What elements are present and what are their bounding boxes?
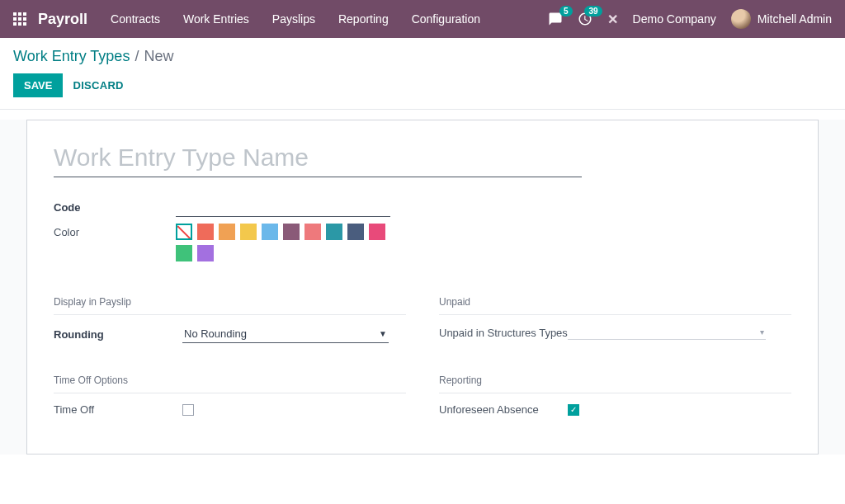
breadcrumb-parent[interactable]: Work Entry Types xyxy=(13,48,130,65)
color-swatch[interactable] xyxy=(326,224,342,240)
col-unpaid: Unpaid Unpaid in Structures Types ▾ xyxy=(439,296,791,351)
section-reporting-title: Reporting xyxy=(439,374,791,393)
user-menu[interactable]: Mitchell Admin xyxy=(731,9,832,29)
messages-count: 5 xyxy=(559,6,573,16)
color-swatch[interactable] xyxy=(197,224,214,240)
messages-icon[interactable]: 5 xyxy=(548,12,563,26)
breadcrumb-separator: / xyxy=(135,48,139,65)
color-swatch[interactable] xyxy=(347,224,364,240)
save-button[interactable]: SAVE xyxy=(13,73,63,97)
color-swatch[interactable] xyxy=(197,245,214,261)
col-payslip: Display in Payslip Rounding No Rounding … xyxy=(54,296,406,351)
unforeseen-label: Unforeseen Absence xyxy=(439,403,568,416)
section-unpaid-title: Unpaid xyxy=(439,296,791,315)
navbar-right: 5 39 ✕ Demo Company Mitchell Admin xyxy=(548,9,832,29)
main-menu: Contracts Work Entries Payslips Reportin… xyxy=(111,12,480,26)
caret-down-icon: ▼ xyxy=(379,329,387,338)
col-timeoff: Time Off Options Time Off xyxy=(54,374,406,424)
color-label: Color xyxy=(54,224,176,238)
name-input[interactable] xyxy=(54,140,582,177)
unpaid-struct-label: Unpaid in Structures Types xyxy=(439,327,568,339)
rounding-select[interactable]: No Rounding ▼ xyxy=(182,325,389,343)
rounding-label: Rounding xyxy=(54,328,182,341)
action-buttons: SAVE DISCARD xyxy=(13,73,832,97)
apps-icon[interactable] xyxy=(13,12,26,26)
top-navbar: Payroll Contracts Work Entries Payslips … xyxy=(0,0,845,38)
timeoff-label: Time Off xyxy=(54,403,182,416)
timeoff-checkbox[interactable] xyxy=(182,404,194,416)
color-swatch-none[interactable] xyxy=(176,224,192,240)
color-swatch[interactable] xyxy=(219,224,235,240)
app-brand[interactable]: Payroll xyxy=(38,11,87,28)
activities-count: 39 xyxy=(584,6,602,16)
avatar xyxy=(731,9,751,29)
color-swatch[interactable] xyxy=(304,224,321,240)
form-sheet: Code Color xyxy=(26,120,819,455)
section-payslip-title: Display in Payslip xyxy=(54,296,406,315)
rounding-value: No Rounding xyxy=(184,327,247,340)
section-timeoff-title: Time Off Options xyxy=(54,374,406,393)
color-swatch[interactable] xyxy=(240,224,257,240)
discard-button[interactable]: DISCARD xyxy=(73,79,123,92)
form-columns-1: Display in Payslip Rounding No Rounding … xyxy=(54,296,791,351)
menu-configuration[interactable]: Configuration xyxy=(412,12,480,26)
sheet-background: Code Color xyxy=(0,120,845,455)
activities-icon[interactable]: 39 xyxy=(578,12,592,26)
company-switcher[interactable]: Demo Company xyxy=(633,12,716,26)
unpaid-struct-select[interactable]: ▾ xyxy=(568,325,766,340)
menu-payslips[interactable]: Payslips xyxy=(272,12,315,26)
form-columns-2: Time Off Options Time Off Reporting Unfo… xyxy=(54,374,791,424)
breadcrumb: Work Entry Types / New xyxy=(13,48,832,65)
code-label: Code xyxy=(54,199,176,214)
unforeseen-checkbox[interactable]: ✓ xyxy=(568,404,579,416)
menu-work-entries[interactable]: Work Entries xyxy=(183,12,249,26)
col-reporting: Reporting Unforeseen Absence ✓ xyxy=(439,374,791,424)
breadcrumb-current: New xyxy=(144,48,173,65)
menu-reporting[interactable]: Reporting xyxy=(338,12,389,26)
code-input[interactable] xyxy=(176,199,390,217)
control-bar: Work Entry Types / New SAVE DISCARD xyxy=(0,38,845,110)
color-swatch[interactable] xyxy=(283,224,300,240)
color-swatch[interactable] xyxy=(369,224,385,240)
menu-contracts[interactable]: Contracts xyxy=(111,12,160,26)
user-name: Mitchell Admin xyxy=(758,12,832,26)
caret-down-icon: ▾ xyxy=(760,327,764,337)
color-swatch[interactable] xyxy=(262,224,278,240)
color-picker xyxy=(176,224,390,261)
color-swatch[interactable] xyxy=(176,245,192,261)
close-icon[interactable]: ✕ xyxy=(607,12,618,27)
